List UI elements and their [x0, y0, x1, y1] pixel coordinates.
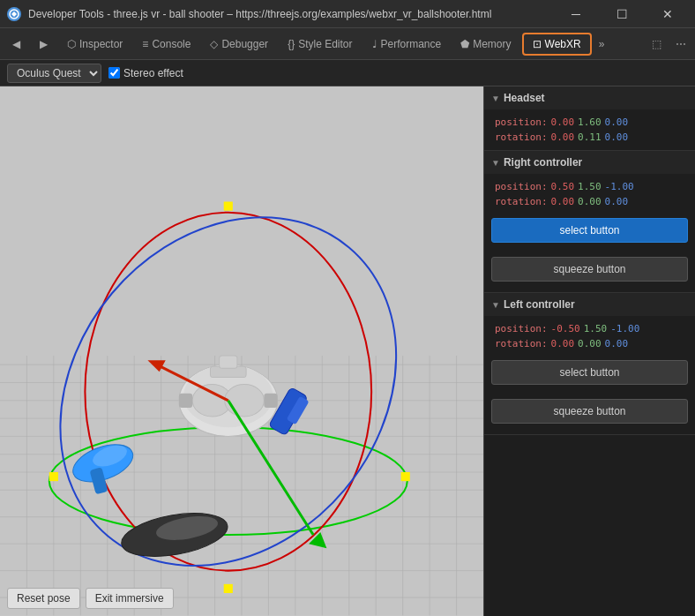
- right-ctrl-rotation-row: rotation: 0.00 0.00 0.00: [495, 196, 684, 207]
- debugger-icon: ◇: [210, 38, 218, 50]
- svg-rect-35: [224, 584, 233, 593]
- left-squeeze-btn-row: squeeze button: [484, 395, 695, 434]
- more-tabs-button[interactable]: »: [594, 34, 610, 54]
- left-select-button[interactable]: select button: [491, 360, 688, 385]
- tab-performance[interactable]: ♩ Performance: [363, 34, 451, 54]
- close-button[interactable]: ✕: [647, 0, 688, 28]
- left-controller-header[interactable]: ▼ Left controller: [484, 293, 695, 316]
- device-selector[interactable]: Oculus Quest: [7, 64, 101, 83]
- left-ctrl-arrow-icon: ▼: [491, 300, 500, 310]
- webxr-icon: ⊡: [533, 38, 542, 50]
- inspector-icon: ⬡: [67, 38, 76, 50]
- svg-point-41: [225, 385, 265, 417]
- left-select-btn-row: select button: [484, 357, 695, 395]
- left-controller-body: position: -0.50 1.50 -1.00 rotation: 0.0…: [484, 316, 695, 357]
- tab-inspector[interactable]: ⬡ Inspector: [58, 34, 131, 54]
- exit-immersive-button[interactable]: Exit immersive: [86, 588, 174, 609]
- titlebar: Developer Tools - three.js vr - ball sho…: [0, 0, 695, 28]
- toolbar: ◀ ▶ ⬡ Inspector ≡ Console ◇ Debugger {} …: [0, 28, 695, 60]
- right-ctrl-position-row: position: 0.50 1.50 -1.00: [495, 181, 684, 192]
- tab-console[interactable]: ≡ Console: [133, 34, 199, 54]
- settings-button[interactable]: ⋯: [670, 34, 691, 54]
- viewport-canvas: [0, 86, 483, 616]
- right-squeeze-btn-row: squeeze button: [484, 253, 695, 292]
- left-squeeze-button[interactable]: squeeze button: [491, 399, 688, 424]
- nav-forward-button[interactable]: ▶: [31, 34, 56, 54]
- headset-body: position: 0.00 1.60 0.00 rotation: 0.00 …: [484, 109, 695, 150]
- toolbar-right-actions: ⬚ ⋯: [646, 34, 691, 54]
- headset-arrow-icon: ▼: [491, 94, 500, 103]
- maximize-button[interactable]: ☐: [602, 0, 642, 28]
- device-bar: Oculus Quest Stereo effect: [0, 60, 695, 86]
- viewport-buttons: Reset pose Exit immersive: [7, 588, 174, 609]
- window-controls: ─ ☐ ✕: [556, 0, 688, 28]
- tab-webxr[interactable]: ⊡ WebXR: [522, 33, 592, 56]
- viewport: Reset pose Exit immersive: [0, 86, 483, 616]
- left-ctrl-position-row: position: -0.50 1.50 -1.00: [495, 323, 684, 334]
- main-content: Reset pose Exit immersive ▼ Headset posi…: [0, 86, 695, 616]
- performance-icon: ♩: [372, 38, 377, 50]
- headset-section: ▼ Headset position: 0.00 1.60 0.00 rotat…: [484, 86, 695, 151]
- svg-rect-43: [264, 394, 277, 408]
- right-squeeze-button[interactable]: squeeze button: [491, 257, 688, 282]
- console-icon: ≡: [142, 38, 148, 50]
- svg-rect-36: [49, 472, 58, 481]
- stereo-label[interactable]: Stereo effect: [108, 67, 183, 79]
- headset-position-row: position: 0.00 1.60 0.00: [495, 116, 684, 128]
- dock-button[interactable]: ⬚: [646, 34, 667, 54]
- tab-debugger[interactable]: ◇ Debugger: [201, 34, 277, 54]
- nav-back-button[interactable]: ◀: [4, 34, 29, 54]
- left-ctrl-rotation-row: rotation: 0.00 0.00 0.00: [495, 338, 684, 349]
- svg-rect-34: [224, 202, 233, 211]
- reset-pose-button[interactable]: Reset pose: [7, 588, 80, 609]
- headset-header[interactable]: ▼ Headset: [484, 86, 695, 109]
- right-select-btn-row: select button: [484, 214, 695, 253]
- svg-rect-37: [401, 472, 410, 481]
- right-select-button[interactable]: select button: [491, 218, 688, 243]
- right-panel: ▼ Headset position: 0.00 1.60 0.00 rotat…: [483, 86, 695, 616]
- svg-rect-42: [179, 394, 192, 408]
- memory-icon: ⬟: [460, 38, 469, 50]
- headset-rotation-row: rotation: 0.00 0.11 0.00: [495, 131, 684, 143]
- right-controller-header[interactable]: ▼ Right controller: [484, 151, 695, 174]
- style-editor-icon: {}: [288, 38, 295, 50]
- stereo-checkbox[interactable]: [108, 67, 120, 79]
- svg-rect-45: [220, 356, 237, 368]
- right-ctrl-arrow-icon: ▼: [491, 158, 500, 168]
- right-controller-section: ▼ Right controller position: 0.50 1.50 -…: [484, 151, 695, 293]
- minimize-button[interactable]: ─: [556, 0, 596, 28]
- right-controller-body: position: 0.50 1.50 -1.00 rotation: 0.00…: [484, 174, 695, 214]
- tab-style-editor[interactable]: {} Style Editor: [279, 34, 361, 54]
- left-controller-section: ▼ Left controller position: -0.50 1.50 -…: [484, 293, 695, 435]
- tab-memory[interactable]: ⬟ Memory: [452, 34, 519, 54]
- app-icon: [7, 7, 21, 21]
- window-title: Developer Tools - three.js vr - ball sho…: [28, 8, 549, 20]
